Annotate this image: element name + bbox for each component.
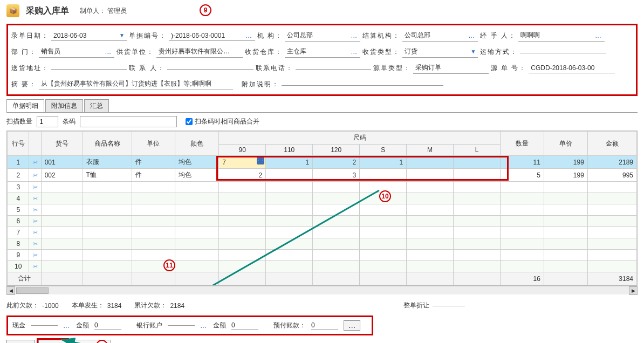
scroll-left-icon[interactable]: ◀: [6, 286, 15, 295]
app-header: 📦 采购入库单 制单人： 管理员 9: [0, 0, 644, 22]
table-row[interactable]: 6✂: [8, 216, 637, 227]
scan-count-label: 扫描数量: [6, 117, 32, 126]
acc-debt-label: 累计欠款：: [134, 301, 167, 310]
scroll-right-icon[interactable]: ▶: [629, 286, 638, 295]
cell-size-s[interactable]: 1: [360, 156, 407, 169]
row-action-icon[interactable]: ✂: [29, 193, 41, 204]
table-row[interactable]: 7✂: [8, 227, 637, 238]
row-action-icon[interactable]: ✂: [29, 238, 41, 250]
barcode-input[interactable]: [80, 116, 177, 127]
merge-label: 扫条码时相同商品合并: [195, 117, 259, 126]
date-input[interactable]: 2018-06-03▼: [51, 31, 127, 41]
row-action-icon[interactable]: ✂: [29, 216, 41, 227]
tab-summary[interactable]: 汇总: [84, 99, 109, 112]
ellipsis-icon[interactable]: …: [63, 322, 71, 330]
phone-input[interactable]: [296, 67, 371, 70]
cell-size-90[interactable]: 2: [219, 169, 266, 182]
table-row[interactable]: 4✂: [8, 193, 637, 204]
cell-color[interactable]: 均色: [175, 156, 219, 169]
merge-checkbox[interactable]: [186, 118, 193, 125]
cell-qty[interactable]: 11: [501, 156, 544, 169]
summary-label: 摘 要：: [11, 80, 37, 89]
cell-price[interactable]: 199: [544, 169, 587, 182]
table-row[interactable]: 1✂001衣服件均色7⋮⋮121111992189: [8, 156, 637, 169]
row-action-icon[interactable]: ✂: [29, 169, 41, 182]
cell-amount[interactable]: 2189: [587, 156, 636, 169]
cell-name[interactable]: T恤: [83, 169, 132, 182]
calculator-icon[interactable]: ⋮⋮: [257, 157, 264, 164]
row-action-icon[interactable]: ✂: [29, 261, 41, 272]
horizontal-scrollbar[interactable]: ◀ ▶: [6, 286, 638, 294]
summary-input[interactable]: 从【贵州好易事软件有限公司】订货购进【衣服】等;啊啊啊: [39, 78, 233, 90]
cell-name[interactable]: 衣服: [83, 156, 132, 169]
cell-rowno: 7: [8, 227, 29, 238]
docno-input[interactable]: )-2018-06-03-0001…: [169, 31, 255, 41]
prepay-lookup-button[interactable]: …: [344, 320, 360, 331]
cell-size-m[interactable]: [407, 156, 454, 169]
dept-input[interactable]: 销售员…: [39, 46, 114, 58]
note-input[interactable]: [282, 83, 443, 86]
ellipsis-icon[interactable]: …: [200, 322, 208, 330]
cell-sku[interactable]: 001: [41, 156, 83, 169]
prepay-input[interactable]: 0: [311, 321, 338, 330]
cell-size-l[interactable]: [454, 169, 501, 182]
org-label: 机 构：: [257, 31, 283, 40]
rcvtype-input[interactable]: 订货▼: [402, 46, 478, 58]
cell-size-s[interactable]: [360, 169, 407, 182]
bank-account-input[interactable]: [168, 325, 195, 326]
table-row[interactable]: 8✂: [8, 238, 637, 250]
table-row[interactable]: 5✂: [8, 204, 637, 216]
org-input[interactable]: 公司总部…: [285, 30, 360, 42]
table-row[interactable]: 3✂: [8, 182, 637, 193]
merge-checkbox-wrap[interactable]: 扫条码时相同商品合并: [186, 117, 259, 126]
docno-label: 单据编号：: [129, 31, 167, 40]
cell-size-120[interactable]: 3: [313, 169, 360, 182]
cash-account-input[interactable]: [31, 325, 58, 326]
cell-price[interactable]: 199: [544, 156, 587, 169]
contact-input[interactable]: [167, 67, 254, 70]
creator-value: 管理员: [107, 7, 127, 15]
row-action-icon[interactable]: ✂: [29, 156, 41, 169]
addr-input[interactable]: [51, 67, 127, 70]
cell-size-90[interactable]: 7⋮⋮: [219, 156, 266, 169]
row-action-icon[interactable]: ✂: [29, 250, 41, 261]
row-action-icon[interactable]: ✂: [29, 204, 41, 216]
table-row[interactable]: 2✂002T恤件均色235199995: [8, 169, 637, 182]
warehouse-input[interactable]: 主仓库…: [285, 46, 360, 58]
cell-unit[interactable]: 件: [132, 156, 175, 169]
post-button[interactable]: 记 账: [38, 340, 67, 343]
discount-input[interactable]: [433, 305, 465, 306]
scissor-icon: ✂: [33, 241, 38, 247]
row-action-icon[interactable]: ✂: [29, 182, 41, 193]
cash-amount-input[interactable]: 0: [94, 321, 121, 330]
srcno-input[interactable]: CGDD-2018-06-03-00: [529, 63, 615, 73]
ship-input[interactable]: [520, 51, 606, 53]
table-total-row: 合计163184: [8, 272, 637, 285]
tab-detail[interactable]: 单据明细: [6, 99, 44, 112]
handler-input[interactable]: 啊啊啊…: [518, 30, 605, 42]
row-action-icon[interactable]: ✂: [29, 227, 41, 238]
settle-input[interactable]: 公司总部…: [402, 30, 478, 42]
cell-size-110[interactable]: 1: [266, 156, 313, 169]
bank-amount-input[interactable]: 0: [231, 321, 258, 330]
cell-size-l[interactable]: [454, 156, 501, 169]
srctype-input[interactable]: 采购订单: [413, 62, 489, 74]
table-row[interactable]: 10✂: [8, 261, 637, 272]
supplier-input[interactable]: 贵州好易事软件有限公…: [156, 46, 243, 58]
cell-size-m[interactable]: [407, 169, 454, 182]
cell-qty[interactable]: 5: [501, 169, 544, 182]
scan-count-input[interactable]: [37, 116, 58, 127]
cell-sku[interactable]: 002: [41, 169, 83, 182]
cell-size-110[interactable]: [266, 169, 313, 182]
tab-extra[interactable]: 附加信息: [45, 99, 83, 112]
creator-field: 制单人： 管理员: [80, 6, 127, 16]
cell-amount[interactable]: 995: [587, 169, 636, 182]
save-button[interactable]: 保 存: [6, 340, 35, 343]
addr-label: 送货地址：: [11, 64, 49, 73]
cell-color[interactable]: 均色: [175, 169, 219, 182]
table-row[interactable]: 9✂: [8, 250, 637, 261]
cell-size-120[interactable]: 2: [313, 156, 360, 169]
cell-unit[interactable]: 件: [132, 169, 175, 182]
scroll-thumb[interactable]: [16, 287, 49, 294]
form-block: 录单日期： 2018-06-03▼ 单据编号： )-2018-06-03-000…: [6, 24, 638, 96]
